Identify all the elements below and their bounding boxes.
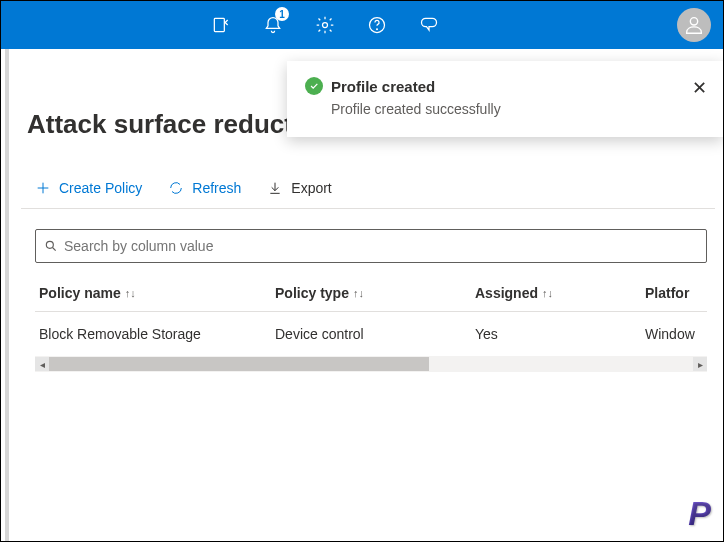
settings-icon[interactable] — [305, 1, 345, 49]
toast-title: Profile created — [331, 78, 435, 95]
search-box[interactable] — [35, 229, 707, 263]
scroll-right-arrow[interactable]: ▸ — [693, 357, 707, 371]
scroll-left-arrow[interactable]: ◂ — [35, 357, 49, 371]
notifications-icon[interactable]: 1 — [253, 1, 293, 49]
svg-point-1 — [323, 23, 328, 28]
column-assigned[interactable]: Assigned↑↓ — [475, 285, 645, 301]
help-icon[interactable] — [357, 1, 397, 49]
export-button[interactable]: Export — [267, 180, 331, 196]
table-row[interactable]: Block Removable Storage Device control Y… — [35, 312, 707, 356]
notification-badge: 1 — [275, 7, 289, 21]
sort-icon: ↑↓ — [542, 287, 553, 299]
horizontal-scrollbar[interactable]: ◂ ▸ — [35, 356, 707, 372]
scroll-thumb[interactable] — [49, 357, 429, 371]
directory-icon[interactable] — [201, 1, 241, 49]
top-bar: 1 — [1, 1, 723, 49]
svg-point-4 — [690, 18, 697, 25]
toast-notification: Profile created ✕ Profile created succes… — [287, 61, 723, 137]
toast-subtitle: Profile created successfully — [331, 101, 705, 117]
svg-point-3 — [377, 29, 378, 30]
command-bar: Create Policy Refresh Export — [21, 180, 715, 209]
user-avatar[interactable] — [677, 8, 711, 42]
search-input[interactable] — [64, 238, 698, 254]
create-policy-label: Create Policy — [59, 180, 142, 196]
toast-close-button[interactable]: ✕ — [692, 77, 707, 99]
refresh-button[interactable]: Refresh — [168, 180, 241, 196]
create-policy-button[interactable]: Create Policy — [35, 180, 142, 196]
success-icon — [305, 77, 323, 95]
svg-rect-0 — [214, 18, 224, 31]
feedback-icon[interactable] — [409, 1, 449, 49]
cell-platform: Window — [645, 326, 724, 342]
cell-assigned: Yes — [475, 326, 645, 342]
cell-policy-name: Block Removable Storage — [35, 326, 275, 342]
column-platform[interactable]: Platfor — [645, 285, 724, 301]
cell-policy-type: Device control — [275, 326, 475, 342]
column-policy-type[interactable]: Policy type↑↓ — [275, 285, 475, 301]
svg-point-5 — [46, 241, 53, 248]
brand-logo: P — [688, 494, 711, 533]
policy-table: Policy name↑↓ Policy type↑↓ Assigned↑↓ P… — [35, 275, 707, 356]
sort-icon: ↑↓ — [353, 287, 364, 299]
export-label: Export — [291, 180, 331, 196]
refresh-label: Refresh — [192, 180, 241, 196]
column-policy-name[interactable]: Policy name↑↓ — [35, 285, 275, 301]
search-icon — [44, 239, 58, 253]
sort-icon: ↑↓ — [125, 287, 136, 299]
table-header: Policy name↑↓ Policy type↑↓ Assigned↑↓ P… — [35, 275, 707, 312]
